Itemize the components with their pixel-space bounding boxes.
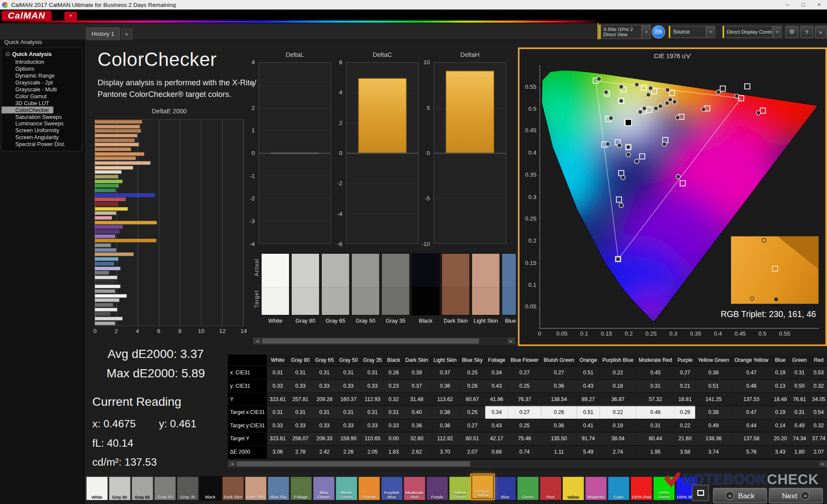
- patch-green[interactable]: Green: [517, 476, 539, 501]
- patch-cyan[interactable]: Cyan: [608, 476, 630, 501]
- sidebar-item-spectral-power-dist[interactable]: Spectral Power Dist.: [2, 141, 82, 148]
- table-cell-editable[interactable]: 0.34: [485, 406, 508, 419]
- table-cell: 0.31: [312, 366, 336, 380]
- patch-label: Foliage: [291, 495, 311, 500]
- patch-blue-flower[interactable]: Blue Flower: [313, 476, 335, 501]
- patch-magenta[interactable]: Magenta: [585, 476, 607, 501]
- compare-swatch-light-skin[interactable]: Light Skin: [472, 253, 500, 324]
- patch-yellow-green[interactable]: Yellow Green: [449, 476, 471, 501]
- patch-moderate-red[interactable]: Moderate Red: [404, 476, 426, 501]
- maximize-button[interactable]: □: [796, 0, 811, 9]
- sidebar-item-color-gamut[interactable]: Color Gamut: [2, 93, 82, 100]
- patch-foliage[interactable]: Foliage: [290, 476, 312, 501]
- add-tab-button[interactable]: +: [121, 28, 132, 40]
- deltae-bar-row: [95, 280, 243, 283]
- tree-expand-icon[interactable]: [6, 52, 9, 56]
- patch-light-skin[interactable]: Light Skin: [245, 476, 267, 501]
- tab-history-1[interactable]: History 1: [86, 28, 120, 40]
- sidebar-item-luminance-sweeps[interactable]: Luminance Sweeps: [2, 120, 82, 127]
- scroll-left-icon[interactable]: ◄: [228, 461, 236, 467]
- table-cell: 0.21: [675, 379, 696, 392]
- patch-red[interactable]: Red: [540, 476, 562, 501]
- scrollbar-thumb[interactable]: [262, 339, 479, 343]
- pattern-window-button[interactable]: [692, 485, 709, 501]
- patch-orange[interactable]: Orange: [358, 476, 380, 501]
- scrollbar-track[interactable]: [236, 461, 819, 467]
- close-panel-button[interactable]: ×: [815, 26, 827, 38]
- sidebar-item-dynamic-range[interactable]: Dynamic Range: [2, 72, 82, 79]
- table-cell-editable[interactable]: 0.22: [600, 406, 636, 419]
- scroll-left-icon[interactable]: ◄: [254, 338, 261, 344]
- sidebar-item-screen-uniformity[interactable]: Screen Uniformity: [2, 127, 82, 134]
- table-row-label: x: CIE31: [228, 366, 267, 380]
- patch-black[interactable]: Black: [199, 476, 221, 501]
- patch-yellow[interactable]: Yellow: [562, 476, 584, 501]
- patch-100-red[interactable]: 100% Red: [630, 476, 652, 501]
- patch-gray-65[interactable]: Gray 65: [131, 476, 153, 501]
- meter-name: X-Rite i1Pro 2: [603, 27, 639, 32]
- deltae-bar-row: [95, 276, 243, 279]
- sidebar-item-options[interactable]: Options: [2, 65, 82, 72]
- chevron-down-icon[interactable]: ▼: [773, 26, 782, 38]
- table-cell-editable[interactable]: 0.27: [508, 406, 541, 419]
- next-button[interactable]: Next »: [769, 488, 823, 504]
- meter-dropdown[interactable]: X-Rite i1Pro 2 Direct View ▼: [599, 25, 651, 39]
- patch-label: Blue: [495, 495, 516, 500]
- compare-swatch-gray-50[interactable]: Gray 50: [351, 253, 380, 324]
- patch-orange-yellow[interactable]: Orange Yellow: [472, 475, 494, 499]
- table-cell-editable[interactable]: 0.29: [675, 406, 696, 419]
- close-button[interactable]: ×: [811, 0, 827, 9]
- patch-bluish-green[interactable]: Bluish Green: [336, 476, 358, 501]
- back-button[interactable]: « Back: [713, 488, 767, 504]
- source-dropdown[interactable]: Source ▼: [669, 26, 715, 38]
- table-cell-editable[interactable]: 0.51: [577, 406, 600, 419]
- patch-gray-35[interactable]: Gray 35: [177, 476, 199, 501]
- minimize-button[interactable]: –: [780, 0, 796, 9]
- patch-gray-80[interactable]: Gray 80: [109, 476, 131, 501]
- sidebar-item-grayscale-multi[interactable]: Grayscale - Multi: [2, 86, 82, 93]
- compare-swatch-gray-65[interactable]: Gray 65: [321, 253, 350, 324]
- compare-swatch-white[interactable]: White: [261, 253, 289, 324]
- meter-count-badge[interactable]: 226: [652, 25, 665, 39]
- patch-purple[interactable]: Purple: [426, 476, 448, 501]
- compare-swatch-dark-skin[interactable]: Dark Skin: [441, 253, 470, 324]
- sidebar-item-screen-angularity[interactable]: Screen Angularity: [2, 134, 82, 141]
- deltaC-tick-label: 6: [339, 59, 342, 65]
- deltae-bar-row: [95, 166, 243, 169]
- sidebar-item-colorchecker[interactable]: ColorChecker: [2, 106, 53, 113]
- rainbow-strip: [0, 21, 597, 23]
- compare-swatch-gray-80[interactable]: Gray 80: [291, 253, 320, 324]
- help-button[interactable]: ?: [800, 26, 814, 38]
- compare-swatch-gray-35[interactable]: Gray 35: [381, 253, 410, 324]
- sidebar-root[interactable]: Quick Analysis: [2, 50, 82, 59]
- patch-blue-sky[interactable]: Blue Sky: [267, 476, 289, 501]
- chevron-down-icon[interactable]: ▼: [706, 26, 715, 38]
- calman-logo[interactable]: CalMAN: [2, 10, 52, 22]
- patch-blue[interactable]: Blue: [494, 476, 516, 501]
- scroll-right-icon[interactable]: ►: [507, 338, 515, 344]
- patch-gray-50[interactable]: Gray 50: [154, 476, 176, 501]
- table-cell-editable[interactable]: 0.26: [541, 406, 577, 419]
- table-cell-editable[interactable]: 0.46: [636, 406, 675, 419]
- sidebar-item-saturation-sweeps[interactable]: Saturation Sweeps: [2, 113, 82, 120]
- settings-button[interactable]: ⚙: [785, 26, 799, 38]
- deltae-bar-row: [95, 225, 243, 228]
- compare-swatch-blue-sky[interactable]: Blue Sky: [501, 253, 516, 324]
- patch-purplish-blue[interactable]: Purplish Blue: [381, 476, 403, 501]
- chevron-down-icon[interactable]: ▼: [642, 25, 651, 39]
- table-col-header-foliage: Foliage: [485, 355, 508, 366]
- logo-menu-icon[interactable]: ▼: [64, 12, 77, 21]
- sidebar-item-introduction[interactable]: Introduction: [2, 59, 82, 65]
- scroll-right-icon[interactable]: ►: [819, 461, 827, 467]
- table-scrollbar[interactable]: ◄ ►: [228, 460, 827, 467]
- display-control-dropdown[interactable]: Direct Display Control ▼: [723, 26, 782, 38]
- compare-swatch-black[interactable]: Black: [411, 253, 440, 324]
- patch-white[interactable]: White: [86, 476, 108, 501]
- scrollbar-thumb[interactable]: [237, 461, 470, 466]
- sidebar-item-3d-cube-lut[interactable]: 3D Cube LUT: [2, 100, 82, 106]
- scrollbar-track[interactable]: [261, 338, 507, 344]
- patch-100-green[interactable]: 100% Green: [653, 476, 675, 501]
- sidebar-item-grayscale-2pt[interactable]: Grayscale - 2pt: [2, 79, 82, 86]
- compare-scrollbar[interactable]: ◄ ►: [253, 338, 516, 345]
- patch-dark-skin[interactable]: Dark Skin: [222, 476, 244, 501]
